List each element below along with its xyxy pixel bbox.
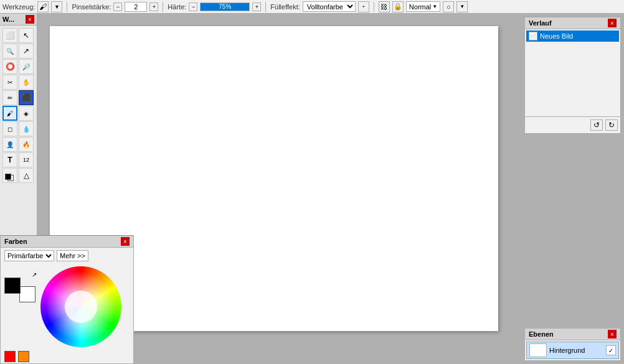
crop-tool[interactable]: ✂ [2, 75, 17, 90]
toolbox-header: W... × [0, 14, 37, 26]
toolbox-grid: ⬜ ↖ 🔍 ↗ ⭕ 🔎 ✂ ✋ ✏ ⬛ 🖌 ◈ ◻ 💧 👤 🔥 T 12 [0, 26, 37, 185]
haerte-inc-btn[interactable]: + [252, 2, 261, 11]
blend-mode-label: Normal [409, 3, 431, 11]
undo-btn[interactable]: ↺ [590, 119, 603, 131]
layer-visible-toggle[interactable]: ✓ [606, 345, 616, 355]
sep3 [265, 2, 266, 12]
color-panel-title: Farben [4, 238, 27, 245]
more-btn[interactable]: Mehr >> [57, 250, 88, 261]
pencil-tool[interactable]: ✏ [2, 90, 17, 105]
color-wheel[interactable] [40, 266, 121, 347]
foreground-color-swatch[interactable] [4, 278, 21, 294]
haerte-label: Härte: [168, 3, 186, 11]
text-tool[interactable]: T [2, 152, 17, 167]
toolbox-title: W... [2, 16, 14, 23]
brush-tool[interactable]: 🖌 [2, 106, 17, 121]
color-swatches-area: ↗ [1, 264, 133, 350]
pattern-fill-tool[interactable]: ◈ [19, 106, 34, 121]
layers-title: Ebenen [529, 330, 554, 338]
toolbar: Werkzeug: 🖌 ▼ Pinselstärke: − + Härte: −… [0, 0, 624, 14]
move-tool[interactable]: ↖ [19, 28, 34, 43]
chain-icon[interactable]: ⛓ [379, 1, 390, 12]
werkzeug-label: Werkzeug: [2, 3, 35, 11]
zoom-in-tool[interactable]: 🔎 [19, 59, 34, 74]
color-controls: Primärfarbe Mehr >> [1, 248, 133, 264]
layer-thumbnail [529, 343, 547, 357]
color-swatch-orange[interactable] [18, 351, 29, 362]
opacity-circle[interactable]: ○ [443, 1, 454, 12]
pinselstaerke-input[interactable] [125, 2, 147, 12]
layer-name: Hintergrund [549, 347, 603, 354]
fuelleffekt-select[interactable]: Volltonfarbe [303, 1, 356, 12]
layers-header: Ebenen × [525, 329, 620, 340]
color-panel-bottom [1, 350, 133, 363]
werkzeug-icon[interactable]: 🖌 [37, 1, 49, 12]
color-wheel-center [65, 291, 97, 323]
history-list: 📄 Neues Bild [525, 29, 620, 116]
layers-close-btn[interactable]: × [608, 330, 617, 338]
transform-tool[interactable]: ↗ [19, 44, 34, 58]
eraser-tool[interactable]: ◻ [2, 121, 17, 136]
history-header: Verlauf × [525, 17, 620, 29]
burn-tool[interactable]: 🔥 [19, 137, 34, 152]
rect-select-tool[interactable]: ⬜ [2, 28, 17, 43]
color-wheel-cursor [78, 309, 83, 314]
history-item[interactable]: 📄 Neues Bild [526, 30, 619, 42]
pan-tool[interactable]: ✋ [19, 75, 34, 90]
measure-tool[interactable]: 12 [19, 152, 34, 167]
swap-colors-icon[interactable]: ↗ [32, 271, 37, 278]
sep1 [67, 2, 67, 12]
pinselstaerke-inc-btn[interactable]: + [149, 2, 158, 11]
layers-list: Hintergrund ✓ [525, 340, 620, 360]
fg-bg-swatches: ↗ [4, 271, 37, 304]
fuelleffekt-label: Fülleffekt: [270, 3, 300, 11]
eyedropper-tool[interactable]: 💧 [19, 121, 34, 136]
blend-mode-container: Normal ▼ [406, 1, 440, 12]
history-item-label: Neues Bild [540, 32, 573, 40]
history-panel: Verlauf × 📄 Neues Bild ↺ ↻ [524, 17, 621, 134]
shape-tool[interactable]: △ [19, 168, 34, 183]
background-color-swatch[interactable] [19, 286, 35, 302]
dodge-tool[interactable]: 👤 [2, 137, 17, 152]
pinselstaerke-label: Pinselstärke: [72, 3, 111, 11]
color-panel-close-btn[interactable]: × [121, 237, 130, 246]
haerte-dec-btn[interactable]: − [189, 2, 197, 11]
pinselstaerke-dec-btn[interactable]: − [113, 2, 122, 11]
lock-icon[interactable]: 🔒 [392, 1, 404, 12]
sep4 [374, 2, 374, 12]
blend-mode-select[interactable]: Normal ▼ [406, 1, 440, 12]
sep2 [163, 2, 163, 12]
color-swatch-red[interactable] [4, 351, 16, 362]
history-title: Verlauf [529, 19, 552, 27]
color-mode-select[interactable]: Primärfarbe [4, 250, 54, 261]
haerte-progress-bar: 75% [200, 2, 250, 11]
fg-bg-tool[interactable] [2, 168, 17, 183]
zoom-tool[interactable]: 🔍 [2, 44, 17, 58]
layers-panel: Ebenen × Hintergrund ✓ [524, 328, 621, 361]
redo-btn[interactable]: ↻ [605, 119, 618, 131]
werkzeug-arrow[interactable]: ▼ [51, 1, 62, 12]
history-footer: ↺ ↻ [525, 116, 620, 133]
fill-tool[interactable]: ⬛ [19, 90, 34, 105]
color-wheel-area[interactable] [40, 266, 121, 347]
color-panel: Farben × Primärfarbe Mehr >> ↗ [0, 235, 134, 364]
fuelleffekt-expand[interactable]: + [358, 1, 369, 12]
blend-mode-arrow: ▼ [432, 4, 437, 9]
toolbox-close-btn[interactable]: × [26, 15, 34, 24]
history-close-btn[interactable]: × [608, 19, 617, 27]
ellipse-tool[interactable]: ⭕ [2, 59, 17, 74]
history-item-icon: 📄 [529, 32, 537, 40]
extra-btn[interactable]: ▼ [456, 1, 468, 12]
color-panel-header: Farben × [1, 236, 133, 248]
layer-item[interactable]: Hintergrund ✓ [526, 342, 619, 359]
haerte-progress-text: 75% [201, 3, 249, 11]
